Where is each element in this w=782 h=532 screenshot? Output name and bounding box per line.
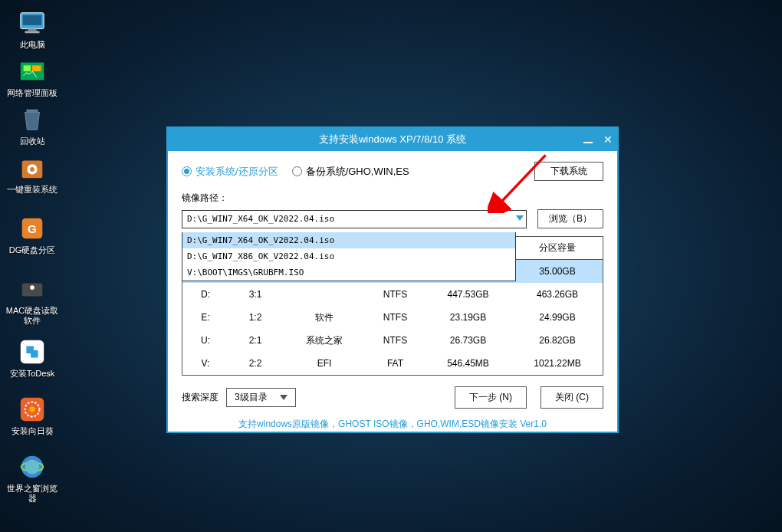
svg-rect-5 [24,65,31,71]
disk-icon: G [17,213,48,244]
table-cell: NTFS [366,289,424,300]
svg-text:G: G [28,222,37,235]
chevron-down-icon[interactable] [516,215,524,221]
svg-rect-3 [25,31,40,33]
chevron-down-icon [280,395,288,400]
desktop-icon-reinstall[interactable]: 一键重装系统 [5,153,60,195]
dropdown-option[interactable]: D:\G_WIN7_X64_OK_V2022.04.iso [182,232,515,248]
table-cell: NTFS [366,312,424,323]
table-cell: D: [182,289,228,300]
table-cell: 系统之家 [282,334,366,347]
radio-dot-icon [292,166,302,176]
image-path-combo[interactable] [182,210,527,228]
table-row[interactable]: V:2:2EFIFAT546.45MB1021.22MB [182,352,603,375]
desktop-icon-browser[interactable]: 世界之窗浏览器 [5,452,60,504]
table-cell: 447.53GB [424,289,512,300]
radio-label: 备份系统/GHO,WIN,ES [306,165,409,179]
radio-label: 安装系统/还原分区 [196,165,278,179]
desktop-icon-network-panel[interactable]: 网络管理面板 [5,56,60,98]
footer-text: 支持windows原版镜像，GHOST ISO镜像，GHO,WIM,ESD镜像安… [182,409,603,437]
annotation-arrow [488,149,552,213]
radio-install-restore[interactable]: 安装系统/还原分区 [182,165,278,179]
desktop-icon-mac-disk[interactable]: MAC硬盘读取软件 [5,274,60,326]
svg-point-18 [29,406,35,412]
table-cell: 26.82GB [512,335,603,346]
minimize-button[interactable] [583,133,593,146]
table-cell: 26.73GB [424,335,512,346]
svg-line-22 [499,155,545,204]
table-cell: 463.26GB [512,289,603,300]
table-cell: 1:2 [228,312,282,323]
table-cell: 软件 [282,311,366,324]
todesk-icon [17,337,48,367]
svg-point-21 [25,460,40,475]
image-path-input[interactable] [182,210,527,228]
svg-rect-1 [23,15,42,25]
window-title: 支持安装windows XP/7/8/10 系统 [319,133,466,146]
desktop-icon-sunflower[interactable]: 安装向日葵 [5,394,60,436]
table-cell: 546.45MB [424,358,512,369]
search-depth-select[interactable]: 3级目录 [226,388,296,407]
dropdown-option[interactable]: V:\BOOT\IMGS\GRUBFM.ISO [182,264,515,281]
monitor-icon [17,8,48,38]
svg-point-10 [30,167,34,172]
table-row[interactable]: E:1:2软件NTFS23.19GB24.99GB [182,306,603,329]
icon-label: DG硬盘分区 [5,245,60,255]
icon-label: 回收站 [5,136,60,146]
trash-icon [17,104,48,135]
desktop: 此电脑 网络管理面板 回收站 一键重装系统 G DG硬盘分区 MAC硬盘读取软件… [0,0,123,508]
image-path-dropdown: D:\G_WIN7_X64_OK_V2022.04.iso D:\G_WIN7_… [182,232,516,281]
sunflower-icon [17,394,48,425]
svg-rect-2 [28,29,36,31]
svg-rect-7 [26,110,38,113]
table-cell: EFI [282,358,366,369]
radio-dot-icon [182,166,192,176]
col-capacity: 分区容量 [512,241,603,255]
svg-rect-13 [22,283,43,296]
dropdown-option[interactable]: D:\G_WIN7_X86_OK_V2022.04.iso [182,248,515,264]
network-icon [17,56,48,87]
drive-icon [17,274,48,304]
globe-icon [17,452,48,482]
table-row[interactable]: D:3:1NTFS447.53GB463.26GB [182,283,603,306]
table-cell: E: [182,312,228,323]
titlebar[interactable]: 支持安装windows XP/7/8/10 系统 ✕ [168,128,617,151]
desktop-icon-recycle-bin[interactable]: 回收站 [5,104,60,146]
radio-backup[interactable]: 备份系统/GHO,WIN,ES [292,165,409,179]
next-button[interactable]: 下一步 (N) [455,386,527,409]
table-row[interactable]: U:2:1系统之家NTFS26.73GB26.82GB [182,329,603,352]
icon-label: 此电脑 [5,40,60,50]
close-button[interactable]: ✕ [603,133,613,146]
search-depth-label: 搜索深度 [182,391,219,404]
table-cell: 24.99GB [512,312,603,323]
depth-value: 3级目录 [235,391,268,404]
table-cell: 35.00GB [512,266,603,277]
desktop-icon-todesk[interactable]: 安装ToDesk [5,337,60,379]
desktop-icon-this-pc[interactable]: 此电脑 [5,8,60,50]
gear-box-icon [17,153,48,183]
table-cell: V: [182,358,228,369]
icon-label: 安装ToDesk [5,369,60,379]
table-cell: 2:2 [228,358,282,369]
table-cell: 1021.22MB [512,358,603,369]
table-cell: 3:1 [228,289,282,300]
table-cell: U: [182,335,228,346]
svg-point-14 [30,285,34,290]
close-action-button[interactable]: 关闭 (C) [540,386,603,409]
icon-label: 一键重装系统 [5,185,60,195]
table-cell: 2:1 [228,335,282,346]
desktop-icon-dg-partition[interactable]: G DG硬盘分区 [5,213,60,255]
table-cell: FAT [366,358,424,369]
icon-label: 安装向日葵 [5,426,60,436]
icon-label: 网络管理面板 [5,88,60,98]
table-cell: 23.19GB [424,312,512,323]
icon-label: 世界之窗浏览器 [5,484,60,504]
icon-label: MAC硬盘读取软件 [5,306,60,326]
table-cell: NTFS [366,335,424,346]
svg-rect-6 [32,65,41,71]
